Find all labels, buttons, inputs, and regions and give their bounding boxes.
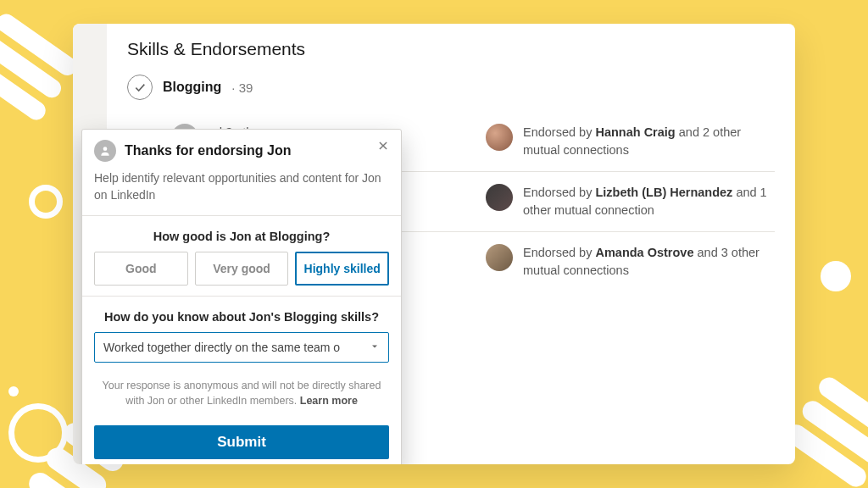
skills-card: Skills & Endorsements Blogging · 39 nd 3…	[73, 24, 795, 464]
modal-title: Thanks for endorsing Jon	[125, 143, 291, 158]
chevron-down-icon	[370, 341, 380, 354]
endorse-modal: Thanks for endorsing Jon Help identify r…	[81, 129, 402, 464]
skill-rating-question: How good is Jon at Blogging?	[94, 230, 389, 243]
avatar[interactable]	[486, 184, 513, 211]
skill-name[interactable]: Blogging	[163, 80, 221, 95]
section-title: Skills & Endorsements	[127, 39, 775, 59]
option-very-good[interactable]: Very good	[195, 252, 289, 286]
option-highly-skilled[interactable]: Highly skilled	[295, 252, 389, 286]
decor-dot-1	[821, 261, 851, 291]
relationship-select[interactable]: Worked together directly on the same tea…	[94, 332, 389, 363]
skill-header: Blogging · 39	[127, 75, 775, 100]
avatar[interactable]	[486, 244, 513, 271]
decor-ring-1	[29, 185, 63, 219]
close-button[interactable]	[374, 138, 392, 157]
endorsement-text-right: Endorsed by Lizbeth (LB) Hernandez and 1…	[523, 184, 775, 219]
endorsement-text-right: Endorsed by Amanda Ostrove and 3 other m…	[523, 244, 775, 280]
avatar[interactable]	[486, 124, 513, 151]
learn-more-link[interactable]: Learn more	[300, 395, 358, 407]
select-value: Worked together directly on the same tea…	[103, 341, 363, 354]
option-good[interactable]: Good	[94, 252, 188, 286]
submit-button[interactable]: Submit	[94, 425, 389, 459]
checkmark-icon	[127, 75, 153, 100]
person-icon	[94, 140, 116, 162]
decor-ring-2	[8, 403, 68, 463]
endorsement-text-right: Endorsed by Hannah Craig and 2 other mut…	[523, 124, 775, 159]
decor-dot-2	[8, 386, 19, 396]
close-icon	[377, 140, 389, 155]
skill-count: · 39	[231, 80, 253, 95]
relationship-question: How do you know about Jon's Blogging ski…	[94, 310, 389, 324]
modal-subtitle: Help identify relevant opportunities and…	[94, 170, 389, 203]
disclaimer-text: Your response is anonymous and will not …	[82, 368, 401, 420]
rating-options: Good Very good Highly skilled	[94, 252, 389, 286]
svg-point-0	[103, 147, 108, 151]
